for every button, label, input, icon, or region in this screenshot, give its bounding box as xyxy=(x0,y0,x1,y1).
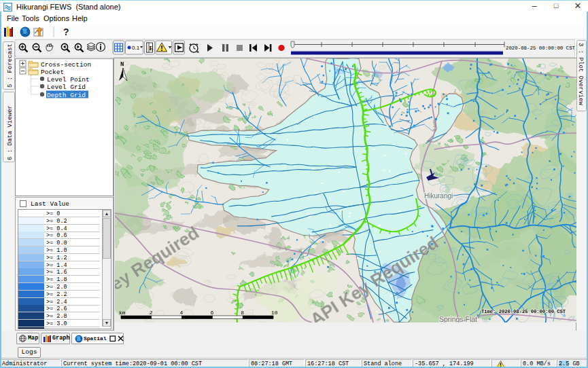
svg-text:Hikurangi: Hikurangi xyxy=(424,192,453,200)
svg-text:0.1: 0.1 xyxy=(132,45,140,51)
svg-text:E: E xyxy=(150,45,154,52)
svg-text:N: N xyxy=(120,61,124,68)
svg-text:Time: 2020-08-25 00:00:00 CST: Time: 2020-08-25 00:00:00 CST xyxy=(481,309,566,314)
svg-text:3 : Plot Overview: 3 : Plot Overview xyxy=(577,43,584,105)
svg-text:10: 10 xyxy=(271,310,278,316)
svg-text:Springs Flat: Springs Flat xyxy=(439,315,477,323)
svg-text:8: 8 xyxy=(241,310,244,316)
svg-text:Level Grid: Level Grid xyxy=(47,84,86,91)
svg-text:Pocket: Pocket xyxy=(41,69,64,76)
svg-text:6 : Data Viewer: 6 : Data Viewer xyxy=(7,105,14,160)
svg-text:Level Point: Level Point xyxy=(47,76,90,84)
svg-text:km: km xyxy=(119,310,126,316)
svg-text:4: 4 xyxy=(180,310,184,316)
svg-text:SH 1: SH 1 xyxy=(432,119,438,132)
svg-text:5 : Forecast: 5 : Forecast xyxy=(7,43,14,88)
svg-text:6: 6 xyxy=(210,310,213,316)
svg-text:Depth Grid: Depth Grid xyxy=(47,92,86,99)
svg-text:Cross-section: Cross-section xyxy=(41,61,91,69)
svg-text:?: ? xyxy=(63,26,69,37)
svg-text:2020-08-25 00:00:00 CST: 2020-08-25 00:00:00 CST xyxy=(506,45,576,51)
svg-text:2: 2 xyxy=(150,310,153,316)
